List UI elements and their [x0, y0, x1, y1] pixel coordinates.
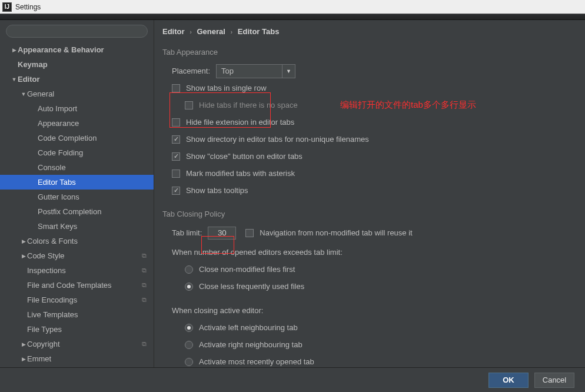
checkbox-icon[interactable]: [172, 135, 180, 144]
annotation-text: 编辑打开的文件的tab多个多行显示: [340, 99, 476, 111]
radio-icon[interactable]: [185, 341, 193, 349]
sidebar-item-postfix-completion[interactable]: Postfix Completion: [0, 204, 154, 219]
sidebar-item-gutter-icons[interactable]: Gutter Icons: [0, 190, 154, 204]
content: Editor › General › Editor Tabs Tab Appea…: [154, 20, 585, 367]
chevron-right-icon[interactable]: ▶: [20, 356, 27, 362]
sidebar-item-label: Inspections: [27, 266, 66, 275]
sidebar-item-label: Gutter Icons: [38, 192, 79, 201]
placement-label: Placement:: [172, 67, 210, 75]
sidebar-item-code-style[interactable]: ▶Code Style⧉: [0, 248, 154, 263]
placement-combo[interactable]: Top ▼: [216, 64, 295, 78]
chevron-right-icon[interactable]: ▶: [11, 47, 18, 53]
hide-file-extension[interactable]: Hide file extension in editor tabs: [172, 114, 585, 131]
checkbox-icon[interactable]: [245, 229, 254, 237]
chevron-down-icon[interactable]: ▼: [20, 91, 27, 97]
sidebar-item-appearance[interactable]: Appearance: [0, 116, 154, 131]
checkbox-icon[interactable]: [172, 84, 180, 92]
breadcrumb: Editor › General › Editor Tabs: [154, 20, 585, 43]
sidebar-item-code-folding[interactable]: Code Folding: [0, 145, 154, 160]
sidebar-item-label: Live Templates: [27, 310, 78, 319]
radio-icon[interactable]: [185, 265, 193, 274]
show-directory[interactable]: Show directory in editor tabs for non-un…: [172, 131, 585, 148]
breadcrumb-editor[interactable]: Editor: [162, 27, 185, 36]
sidebar-item-keymap[interactable]: Keymap: [0, 57, 154, 72]
search-input[interactable]: [6, 25, 148, 38]
footer: OK Cancel: [0, 367, 585, 392]
sidebar-item-label: File Types: [27, 325, 62, 334]
activate-recent-label: Activate most recently opened tab: [199, 357, 314, 366]
chevron-right-icon[interactable]: ▶: [20, 341, 27, 347]
tab-limit-input[interactable]: [208, 227, 236, 240]
cancel-button[interactable]: Cancel: [534, 373, 574, 388]
sidebar-item-general[interactable]: ▼General: [0, 87, 154, 101]
sidebar-item-label: File Encodings: [27, 295, 77, 304]
sidebar-item-file-and-code-templates[interactable]: File and Code Templates⧉: [0, 278, 154, 293]
chevron-down-icon[interactable]: ▼: [282, 65, 295, 78]
show-tabs-tooltips[interactable]: Show tabs tooltips: [172, 182, 585, 199]
sidebar-item-editor[interactable]: ▼Editor: [0, 72, 154, 87]
sidebar-item-appearance-behavior[interactable]: ▶Appearance & Behavior: [0, 42, 154, 57]
sidebar-item-label: Postfix Completion: [38, 207, 101, 216]
show-tabs-single-row[interactable]: Show tabs in single row: [172, 79, 585, 97]
sidebar-item-smart-keys[interactable]: Smart Keys: [0, 219, 154, 234]
project-level-icon: ⧉: [142, 296, 147, 304]
breadcrumb-general[interactable]: General: [197, 27, 225, 36]
checkbox-icon[interactable]: [185, 101, 193, 109]
project-level-icon: ⧉: [142, 252, 147, 260]
sidebar-item-label: Appearance & Behavior: [18, 45, 104, 54]
sidebar-item-inspections[interactable]: Inspections⧉: [0, 263, 154, 278]
project-level-icon: ⧉: [142, 340, 147, 348]
menubar: [0, 14, 585, 20]
chevron-right-icon[interactable]: ▶: [20, 238, 27, 244]
sidebar-item-console[interactable]: Console: [0, 160, 154, 175]
activate-recent[interactable]: Activate most recently opened tab: [172, 353, 585, 367]
sidebar-item-live-templates[interactable]: Live Templates: [0, 307, 154, 322]
placement-value: Top: [221, 67, 234, 75]
tab-limit-label: Tab limit:: [172, 228, 202, 237]
sidebar-item-copyright[interactable]: ▶Copyright⧉: [0, 337, 154, 351]
show-tabs-tooltips-label: Show tabs tooltips: [186, 186, 248, 195]
sidebar-item-file-types[interactable]: File Types: [0, 322, 154, 337]
radio-icon[interactable]: [185, 324, 193, 332]
sidebar-item-label: Code Style: [27, 251, 65, 260]
sidebar-item-label: Console: [38, 163, 66, 172]
mark-modified-asterisk[interactable]: Mark modified tabs with asterisk: [172, 165, 585, 182]
radio-icon[interactable]: [185, 283, 193, 291]
placement-row: Placement: Top ▼: [172, 62, 585, 79]
close-less-frequent[interactable]: Close less frequently used files: [172, 278, 585, 295]
close-active-label: When closing active editor:: [172, 302, 585, 319]
search-wrap: ⌕: [0, 25, 154, 42]
radio-icon[interactable]: [185, 358, 193, 366]
section-tab-appearance: Tab Appearance: [154, 43, 585, 59]
checkbox-icon[interactable]: [172, 152, 180, 161]
close-non-modified[interactable]: Close non-modified files first: [172, 261, 585, 278]
chevron-right-icon[interactable]: ▶: [20, 253, 27, 259]
sidebar-item-code-completion[interactable]: Code Completion: [0, 131, 154, 145]
nav-reuse-label: Navigation from non-modified tab will re…: [260, 228, 412, 237]
sidebar-item-label: Auto Import: [38, 104, 77, 113]
checkbox-icon[interactable]: [172, 118, 180, 127]
sidebar-item-editor-tabs[interactable]: Editor Tabs: [0, 175, 154, 190]
ok-button[interactable]: OK: [488, 373, 529, 388]
sidebar-item-auto-import[interactable]: Auto Import: [0, 101, 154, 116]
content-scroll[interactable]: Tab Appearance Placement: Top ▼ Show tab…: [154, 43, 585, 367]
sidebar: ⌕ ▶Appearance & BehaviorKeymap▼Editor▼Ge…: [0, 20, 154, 367]
breadcrumb-editor-tabs: Editor Tabs: [238, 27, 280, 36]
close-less-frequent-label: Close less frequently used files: [199, 282, 304, 291]
sidebar-item-file-encodings[interactable]: File Encodings⧉: [0, 293, 154, 307]
app-icon: IJ: [2, 2, 12, 12]
checkbox-icon[interactable]: [172, 187, 180, 195]
chevron-down-icon[interactable]: ▼: [11, 77, 18, 82]
show-close-button[interactable]: Show "close" button on editor tabs: [172, 148, 585, 165]
sidebar-item-label: Smart Keys: [38, 222, 77, 231]
sidebar-item-label: Colors & Fonts: [27, 237, 78, 245]
settings-tree[interactable]: ▶Appearance & BehaviorKeymap▼Editor▼Gene…: [0, 42, 154, 367]
sidebar-item-colors-fonts[interactable]: ▶Colors & Fonts: [0, 234, 154, 248]
sidebar-item-label: General: [27, 89, 54, 98]
sidebar-item-emmet[interactable]: ▶Emmet: [0, 351, 154, 366]
close-non-modified-label: Close non-modified files first: [199, 265, 295, 274]
checkbox-icon[interactable]: [172, 170, 180, 178]
activate-left[interactable]: Activate left neighbouring tab: [172, 319, 585, 336]
show-tabs-single-row-label: Show tabs in single row: [186, 84, 267, 92]
activate-right[interactable]: Activate right neighbouring tab: [172, 336, 585, 353]
